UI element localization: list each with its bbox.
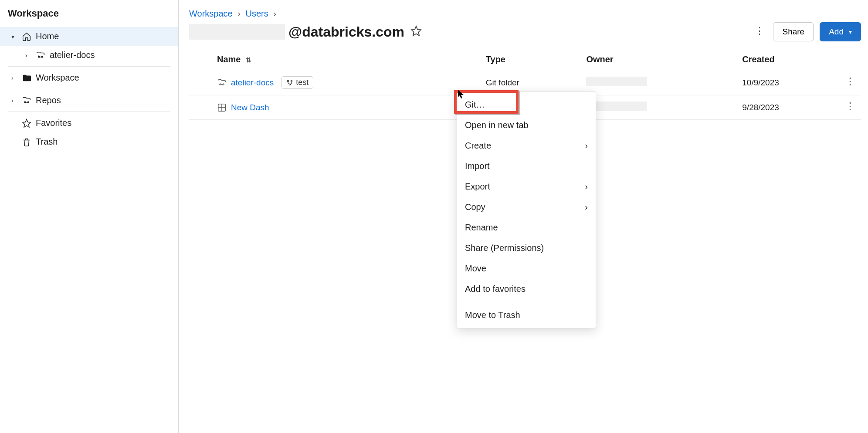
folder-git-icon <box>36 51 45 60</box>
svg-point-8 <box>288 80 289 81</box>
sidebar: Workspace ▾ Home › atelier-docs › Worksp… <box>0 0 179 433</box>
row-kebab-menu[interactable] <box>843 101 858 113</box>
folder-icon <box>22 73 31 83</box>
sidebar-item-workspace[interactable]: › Workspace <box>0 68 178 87</box>
branch-name: test <box>296 78 309 87</box>
ctx-item-label: Move to Trash <box>465 310 520 320</box>
chevron-right-icon: › <box>25 52 31 59</box>
created-cell: 10/9/2023 <box>739 70 839 95</box>
breadcrumb-users[interactable]: Users <box>245 9 268 18</box>
sidebar-item-label: Favorites <box>36 118 71 128</box>
ctx-item-open-new-tab[interactable]: Open in new tab <box>457 115 596 135</box>
ctx-item-label: Open in new tab <box>465 120 529 130</box>
ctx-item-move-to-trash[interactable]: Move to Trash <box>457 305 596 325</box>
sidebar-item-atelier-docs[interactable]: › atelier-docs <box>0 46 178 64</box>
file-name-link[interactable]: atelier-docs <box>231 78 274 88</box>
ctx-item-move[interactable]: Move <box>457 258 596 279</box>
page-kebab-menu[interactable] <box>752 26 767 38</box>
svg-point-1 <box>41 56 43 58</box>
ctx-item-share-permissions[interactable]: Share (Permissions) <box>457 238 596 258</box>
branch-pill[interactable]: test <box>281 76 313 89</box>
sidebar-item-label: Workspace <box>36 73 79 83</box>
col-header-label: Name <box>217 54 241 64</box>
kebab-icon <box>755 31 764 32</box>
ctx-item-label: Share (Permissions) <box>465 243 544 253</box>
svg-point-3 <box>27 101 29 103</box>
home-icon <box>22 32 31 41</box>
sidebar-divider <box>8 112 170 112</box>
svg-point-7 <box>223 84 224 85</box>
col-header-name[interactable]: Name ⇅ <box>189 49 482 70</box>
ctx-item-rename[interactable]: Rename <box>457 217 596 238</box>
chevron-down-icon: ▾ <box>11 33 17 40</box>
trash-icon <box>22 137 31 147</box>
sidebar-item-favorites[interactable]: Favorites <box>0 114 178 132</box>
sidebar-item-label: Trash <box>36 137 58 147</box>
col-header-type[interactable]: Type <box>482 49 583 70</box>
redacted-username <box>189 24 285 40</box>
git-branch-icon <box>286 79 293 86</box>
svg-marker-4 <box>23 119 31 127</box>
owner-cell <box>583 70 739 95</box>
svg-point-0 <box>38 56 40 58</box>
breadcrumb-workspace[interactable]: Workspace <box>189 9 233 18</box>
sidebar-title: Workspace <box>0 8 178 27</box>
kebab-icon <box>845 81 855 83</box>
breadcrumb-separator: › <box>237 9 241 18</box>
ctx-item-git[interactable]: Git… <box>457 95 596 115</box>
add-button[interactable]: Add ▾ <box>820 22 861 41</box>
chevron-right-icon: › <box>11 97 17 104</box>
share-button[interactable]: Share <box>773 22 814 41</box>
page-title-suffix: @databricks.com <box>288 24 404 40</box>
sidebar-divider <box>8 89 170 89</box>
ctx-item-copy[interactable]: Copy› <box>457 197 596 217</box>
col-header-owner[interactable]: Owner <box>583 49 739 70</box>
repo-icon <box>22 96 31 105</box>
ctx-item-label: Create <box>465 141 491 151</box>
chevron-right-icon: › <box>585 202 588 212</box>
ctx-item-add-favorites[interactable]: Add to favorites <box>457 279 596 299</box>
created-cell: 9/28/2023 <box>739 95 839 120</box>
sidebar-item-label: Home <box>36 31 59 41</box>
svg-point-6 <box>220 84 221 85</box>
folder-git-icon <box>217 78 227 88</box>
add-button-label: Add <box>829 27 844 37</box>
ctx-item-label: Import <box>465 161 490 171</box>
star-icon <box>22 118 31 128</box>
sidebar-tree: ▾ Home › atelier-docs › Workspace › Repo… <box>0 27 178 151</box>
chevron-down-icon: ▾ <box>849 28 852 35</box>
ctx-item-label: Export <box>465 182 490 192</box>
sidebar-item-trash[interactable]: Trash <box>0 132 178 151</box>
col-header-created[interactable]: Created <box>739 49 839 70</box>
sidebar-item-home[interactable]: ▾ Home <box>0 27 178 46</box>
ctx-item-label: Add to favorites <box>465 284 526 294</box>
sidebar-item-repos[interactable]: › Repos <box>0 91 178 110</box>
ctx-item-label: Rename <box>465 223 498 233</box>
main-content: Workspace › Users › @databricks.com Shar… <box>179 0 868 433</box>
ctx-divider <box>457 302 596 302</box>
name-cell: New Dash <box>217 103 479 112</box>
ctx-item-import[interactable]: Import <box>457 156 596 176</box>
svg-point-2 <box>24 101 26 103</box>
sidebar-item-label: atelier-docs <box>50 50 95 60</box>
sort-asc-icon: ⇅ <box>246 56 251 64</box>
ctx-item-label: Git… <box>465 100 485 110</box>
ctx-item-export[interactable]: Export› <box>457 176 596 197</box>
header-actions: Share Add ▾ <box>752 22 861 41</box>
file-name-link[interactable]: New Dash <box>231 103 269 112</box>
favorite-star-button[interactable] <box>410 24 422 40</box>
sidebar-divider <box>8 66 170 67</box>
star-outline-icon <box>410 25 422 37</box>
page-title: @databricks.com <box>189 24 422 40</box>
kebab-icon <box>845 106 855 108</box>
ctx-item-create[interactable]: Create› <box>457 135 596 156</box>
chevron-right-icon: › <box>11 74 17 81</box>
svg-marker-5 <box>411 26 421 36</box>
sidebar-item-label: Repos <box>36 95 61 105</box>
breadcrumb-separator: › <box>273 9 276 18</box>
owner-cell <box>583 95 739 120</box>
breadcrumb: Workspace › Users › <box>189 9 861 22</box>
svg-point-9 <box>291 80 292 81</box>
row-kebab-menu[interactable] <box>843 77 858 88</box>
ctx-item-label: Copy <box>465 202 485 212</box>
